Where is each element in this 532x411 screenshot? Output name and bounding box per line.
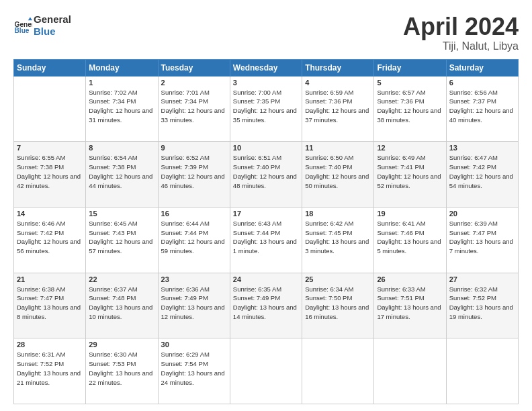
sunrise-line: Sunrise: 6:35 AM bbox=[233, 285, 281, 293]
calendar-header-row: SundayMondayTuesdayWednesdayThursdayFrid… bbox=[14, 59, 519, 76]
day-number: 10 bbox=[233, 144, 299, 152]
sunrise-line: Sunrise: 7:01 AM bbox=[161, 89, 210, 96]
day-cell: 10Sunrise: 6:51 AMSunset: 7:40 PMDayligh… bbox=[230, 142, 302, 208]
day-cell: 8Sunrise: 6:54 AMSunset: 7:38 PMDaylight… bbox=[86, 142, 158, 208]
day-number: 15 bbox=[89, 210, 154, 218]
sunrise-line: Sunrise: 6:31 AM bbox=[17, 351, 65, 358]
sunrise-line: Sunrise: 7:02 AM bbox=[89, 89, 137, 96]
sunset-line: Sunset: 7:51 PM bbox=[377, 294, 424, 302]
sunrise-line: Sunrise: 6:29 AM bbox=[161, 351, 210, 358]
daylight-line: Daylight: 13 hours and 1 minute. bbox=[233, 238, 297, 255]
day-number: 30 bbox=[161, 340, 227, 349]
col-header-thursday: Thursday bbox=[302, 59, 374, 76]
week-row-1: 1Sunrise: 7:02 AMSunset: 7:34 PMDaylight… bbox=[14, 76, 519, 142]
day-info: Sunrise: 6:54 AMSunset: 7:38 PMDaylight:… bbox=[89, 153, 154, 190]
sunset-line: Sunset: 7:42 PM bbox=[17, 229, 64, 236]
day-number: 26 bbox=[377, 275, 443, 283]
daylight-line: Daylight: 12 hours and 59 minutes. bbox=[161, 238, 225, 255]
daylight-line: Daylight: 12 hours and 33 minutes. bbox=[161, 107, 225, 124]
daylight-line: Daylight: 12 hours and 40 minutes. bbox=[449, 107, 513, 124]
sunrise-line: Sunrise: 7:00 AM bbox=[233, 89, 281, 96]
sunset-line: Sunset: 7:36 PM bbox=[305, 97, 352, 105]
sunset-line: Sunset: 7:49 PM bbox=[161, 294, 208, 302]
daylight-line: Daylight: 13 hours and 12 minutes. bbox=[161, 304, 225, 320]
day-number: 11 bbox=[305, 144, 371, 152]
day-number: 25 bbox=[305, 275, 371, 283]
day-number: 8 bbox=[89, 144, 154, 152]
day-number: 13 bbox=[449, 144, 515, 152]
col-header-friday: Friday bbox=[374, 59, 446, 76]
day-info: Sunrise: 6:43 AMSunset: 7:44 PMDaylight:… bbox=[233, 219, 299, 256]
sunrise-line: Sunrise: 6:59 AM bbox=[305, 89, 353, 96]
day-info: Sunrise: 6:31 AMSunset: 7:52 PMDaylight:… bbox=[17, 350, 83, 387]
day-cell: 4Sunrise: 6:59 AMSunset: 7:36 PMDaylight… bbox=[302, 76, 374, 142]
day-cell: 27Sunrise: 6:32 AMSunset: 7:52 PMDayligh… bbox=[446, 273, 518, 338]
sunset-line: Sunset: 7:53 PM bbox=[89, 360, 136, 367]
daylight-line: Daylight: 12 hours and 38 minutes. bbox=[377, 107, 441, 124]
day-info: Sunrise: 6:56 AMSunset: 7:37 PMDaylight:… bbox=[449, 88, 515, 125]
day-info: Sunrise: 7:01 AMSunset: 7:34 PMDaylight:… bbox=[161, 88, 227, 125]
day-number: 6 bbox=[449, 79, 515, 87]
day-info: Sunrise: 6:44 AMSunset: 7:44 PMDaylight:… bbox=[161, 219, 227, 256]
day-info: Sunrise: 6:47 AMSunset: 7:42 PMDaylight:… bbox=[449, 153, 515, 190]
sunrise-line: Sunrise: 6:36 AM bbox=[161, 285, 210, 293]
sunrise-line: Sunrise: 6:49 AM bbox=[377, 154, 425, 161]
day-cell: 28Sunrise: 6:31 AMSunset: 7:52 PMDayligh… bbox=[14, 338, 86, 404]
day-number: 2 bbox=[161, 79, 227, 87]
sunrise-line: Sunrise: 6:47 AM bbox=[449, 154, 498, 161]
sunset-line: Sunset: 7:36 PM bbox=[377, 97, 424, 105]
day-cell: 9Sunrise: 6:52 AMSunset: 7:39 PMDaylight… bbox=[158, 142, 230, 208]
day-cell: 25Sunrise: 6:34 AMSunset: 7:50 PMDayligh… bbox=[302, 273, 374, 338]
col-header-sunday: Sunday bbox=[14, 59, 86, 76]
day-cell bbox=[302, 338, 374, 404]
col-header-tuesday: Tuesday bbox=[158, 59, 230, 76]
day-number: 28 bbox=[17, 340, 83, 349]
sunrise-line: Sunrise: 6:37 AM bbox=[89, 285, 137, 293]
daylight-line: Daylight: 13 hours and 5 minutes. bbox=[377, 238, 441, 255]
day-info: Sunrise: 6:32 AMSunset: 7:52 PMDaylight:… bbox=[449, 285, 515, 322]
sunset-line: Sunset: 7:38 PM bbox=[17, 163, 64, 171]
sunset-line: Sunset: 7:52 PM bbox=[449, 294, 496, 302]
sunset-line: Sunset: 7:39 PM bbox=[161, 163, 208, 171]
daylight-line: Daylight: 13 hours and 24 minutes. bbox=[161, 369, 225, 386]
sunset-line: Sunset: 7:41 PM bbox=[377, 163, 424, 171]
day-info: Sunrise: 6:38 AMSunset: 7:47 PMDaylight:… bbox=[17, 285, 83, 322]
daylight-line: Daylight: 12 hours and 42 minutes. bbox=[17, 173, 81, 189]
sunrise-line: Sunrise: 6:51 AM bbox=[233, 154, 281, 161]
sunrise-line: Sunrise: 6:46 AM bbox=[17, 220, 65, 227]
daylight-line: Daylight: 12 hours and 57 minutes. bbox=[89, 238, 152, 255]
daylight-line: Daylight: 12 hours and 37 minutes. bbox=[305, 107, 369, 124]
day-number: 22 bbox=[89, 275, 154, 283]
daylight-line: Daylight: 12 hours and 52 minutes. bbox=[377, 173, 441, 189]
sunset-line: Sunset: 7:35 PM bbox=[233, 97, 280, 105]
sunset-line: Sunset: 7:44 PM bbox=[233, 229, 280, 236]
week-row-3: 14Sunrise: 6:46 AMSunset: 7:42 PMDayligh… bbox=[14, 207, 519, 273]
sunset-line: Sunset: 7:52 PM bbox=[17, 360, 64, 367]
day-info: Sunrise: 6:34 AMSunset: 7:50 PMDaylight:… bbox=[305, 285, 371, 322]
day-cell: 6Sunrise: 6:56 AMSunset: 7:37 PMDaylight… bbox=[446, 76, 518, 142]
sunset-line: Sunset: 7:34 PM bbox=[161, 97, 208, 105]
daylight-line: Daylight: 12 hours and 31 minutes. bbox=[89, 107, 152, 124]
day-number: 20 bbox=[449, 210, 515, 218]
sunset-line: Sunset: 7:46 PM bbox=[377, 229, 424, 236]
day-info: Sunrise: 6:39 AMSunset: 7:47 PMDaylight:… bbox=[449, 219, 515, 256]
day-cell: 21Sunrise: 6:38 AMSunset: 7:47 PMDayligh… bbox=[14, 273, 86, 338]
day-info: Sunrise: 6:33 AMSunset: 7:51 PMDaylight:… bbox=[377, 285, 443, 322]
day-cell: 24Sunrise: 6:35 AMSunset: 7:49 PMDayligh… bbox=[230, 273, 302, 338]
daylight-line: Daylight: 12 hours and 35 minutes. bbox=[233, 107, 297, 124]
sunrise-line: Sunrise: 6:42 AM bbox=[305, 220, 353, 227]
sunrise-line: Sunrise: 6:56 AM bbox=[449, 89, 498, 96]
day-number: 16 bbox=[161, 210, 227, 218]
sunrise-line: Sunrise: 6:50 AM bbox=[305, 154, 353, 161]
day-cell: 2Sunrise: 7:01 AMSunset: 7:34 PMDaylight… bbox=[158, 76, 230, 142]
day-info: Sunrise: 6:50 AMSunset: 7:40 PMDaylight:… bbox=[305, 153, 371, 190]
header: General Blue General Blue April 2024 Tij… bbox=[13, 13, 519, 52]
week-row-5: 28Sunrise: 6:31 AMSunset: 7:52 PMDayligh… bbox=[14, 338, 519, 404]
day-cell: 1Sunrise: 7:02 AMSunset: 7:34 PMDaylight… bbox=[86, 76, 158, 142]
logo: General Blue General Blue bbox=[13, 13, 71, 38]
day-cell: 13Sunrise: 6:47 AMSunset: 7:42 PMDayligh… bbox=[446, 142, 518, 208]
day-info: Sunrise: 6:52 AMSunset: 7:39 PMDaylight:… bbox=[161, 153, 227, 190]
sunset-line: Sunset: 7:49 PM bbox=[233, 294, 280, 302]
day-cell: 18Sunrise: 6:42 AMSunset: 7:45 PMDayligh… bbox=[302, 207, 374, 273]
daylight-line: Daylight: 13 hours and 10 minutes. bbox=[89, 304, 152, 320]
